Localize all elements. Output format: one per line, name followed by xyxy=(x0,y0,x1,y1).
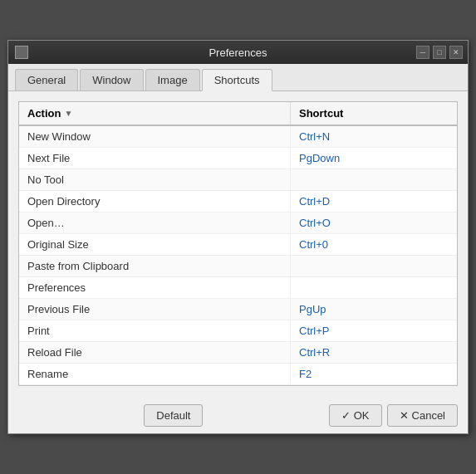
table-row[interactable]: New WindowCtrl+N xyxy=(19,126,457,148)
action-cell: No Tool xyxy=(19,169,291,190)
table-row[interactable]: Previous FilePgUp xyxy=(19,299,457,320)
ok-cancel-group: ✓ OK ✕ Cancel xyxy=(329,404,458,427)
app-icon xyxy=(15,46,28,59)
action-cell: Reload File xyxy=(19,342,291,363)
table-row[interactable]: Open…Ctrl+O xyxy=(19,213,457,234)
cancel-button[interactable]: ✕ Cancel xyxy=(387,404,458,427)
table-row[interactable]: Paste from Clipboard xyxy=(19,256,457,277)
shortcut-cell: Ctrl+O xyxy=(291,213,457,233)
shortcut-cell: PgUp xyxy=(291,299,457,320)
table-row[interactable]: RenameF2 xyxy=(19,364,457,385)
shortcut-cell: Ctrl+P xyxy=(291,320,457,341)
window-controls: ─ □ ✕ xyxy=(416,46,463,59)
table-body: New WindowCtrl+NNext FilePgDownNo ToolOp… xyxy=(19,126,457,385)
action-cell: Original Size xyxy=(19,234,291,255)
shortcut-cell: Ctrl+R xyxy=(291,342,457,363)
sort-icon: ▼ xyxy=(64,109,72,118)
shortcut-cell: Ctrl+D xyxy=(291,191,457,212)
table-row[interactable]: No Tool xyxy=(19,169,457,191)
action-cell: Open Directory xyxy=(19,191,291,212)
action-cell: Rename xyxy=(19,364,291,384)
buttons-area: Default ✓ OK ✕ Cancel xyxy=(8,396,468,433)
table-row[interactable]: Open DirectoryCtrl+D xyxy=(19,191,457,213)
action-column-header[interactable]: Action ▼ xyxy=(19,102,291,125)
action-cell: Next File xyxy=(19,148,291,169)
titlebar: Preferences ─ □ ✕ xyxy=(8,41,468,64)
action-cell: Previous File xyxy=(19,299,291,320)
shortcut-cell: Ctrl+0 xyxy=(291,234,457,255)
tabs-bar: General Window Image Shortcuts xyxy=(8,64,468,91)
shortcut-cell xyxy=(291,277,457,298)
table-row[interactable]: PrintCtrl+P xyxy=(19,320,457,342)
action-cell: Open… xyxy=(19,213,291,233)
tab-window[interactable]: Window xyxy=(80,69,143,90)
shortcut-cell: PgDown xyxy=(291,148,457,169)
tab-image[interactable]: Image xyxy=(145,69,200,90)
shortcut-cell xyxy=(291,256,457,276)
table-header: Action ▼ Shortcut xyxy=(19,102,457,126)
action-cell: Paste from Clipboard xyxy=(19,256,291,276)
preferences-window: Preferences ─ □ ✕ General Window Image S… xyxy=(7,40,469,434)
tab-general[interactable]: General xyxy=(15,69,78,90)
default-button[interactable]: Default xyxy=(144,404,203,427)
maximize-button[interactable]: □ xyxy=(433,46,446,59)
table-row[interactable]: Original SizeCtrl+0 xyxy=(19,234,457,256)
shortcut-cell: F2 xyxy=(291,364,457,384)
ok-label: OK xyxy=(354,409,370,422)
shortcut-cell xyxy=(291,169,457,190)
cancel-x-icon: ✕ xyxy=(400,409,409,422)
shortcut-cell: Ctrl+N xyxy=(291,126,457,147)
action-cell: New Window xyxy=(19,126,291,147)
content-area: Action ▼ Shortcut New WindowCtrl+NNext F… xyxy=(8,91,468,396)
action-cell: Print xyxy=(19,320,291,341)
table-row[interactable]: Preferences xyxy=(19,277,457,299)
table-row[interactable]: Reload FileCtrl+R xyxy=(19,342,457,364)
ok-button[interactable]: ✓ OK xyxy=(329,404,382,427)
tab-shortcuts[interactable]: Shortcuts xyxy=(202,69,272,91)
action-cell: Preferences xyxy=(19,277,291,298)
cancel-label: Cancel xyxy=(412,409,445,422)
close-button[interactable]: ✕ xyxy=(449,46,463,59)
minimize-button[interactable]: ─ xyxy=(416,46,429,59)
table-row[interactable]: Next FilePgDown xyxy=(19,148,457,169)
window-title: Preferences xyxy=(209,46,267,59)
shortcut-column-header: Shortcut xyxy=(291,102,457,125)
shortcuts-table: Action ▼ Shortcut New WindowCtrl+NNext F… xyxy=(18,101,458,386)
ok-check-icon: ✓ xyxy=(341,409,351,422)
